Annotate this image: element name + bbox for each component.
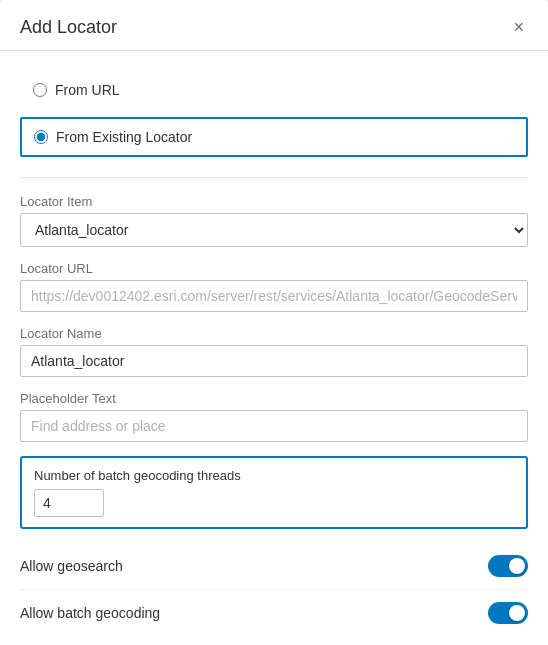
- geosearch-row: Allow geosearch: [20, 543, 528, 590]
- locator-url-label: Locator URL: [20, 261, 528, 276]
- locator-name-input[interactable]: [20, 345, 528, 377]
- batch-geocoding-toggle[interactable]: [488, 602, 528, 624]
- from-existing-radio[interactable]: [34, 130, 48, 144]
- batch-threads-label: Number of batch geocoding threads: [34, 468, 514, 483]
- dialog-title: Add Locator: [20, 17, 117, 38]
- locator-item-label: Locator Item: [20, 194, 528, 209]
- batch-geocoding-row: Allow batch geocoding: [20, 590, 528, 636]
- locator-url-input[interactable]: [20, 280, 528, 312]
- batch-geocoding-thumb: [509, 605, 525, 621]
- dialog-body: From URL From Existing Locator Locator I…: [0, 51, 548, 645]
- add-locator-dialog: Add Locator × From URL From Existing Loc…: [0, 0, 548, 645]
- placeholder-text-input[interactable]: [20, 410, 528, 442]
- locator-name-group: Locator Name: [20, 326, 528, 377]
- locator-item-group: Locator Item Atlanta_locator: [20, 194, 528, 247]
- from-url-radio[interactable]: [33, 83, 47, 97]
- geosearch-thumb: [509, 558, 525, 574]
- divider: [20, 177, 528, 178]
- batch-threads-group: Number of batch geocoding threads: [20, 456, 528, 529]
- batch-threads-input[interactable]: [34, 489, 104, 517]
- locator-url-group: Locator URL: [20, 261, 528, 312]
- dialog-header: Add Locator ×: [0, 0, 548, 51]
- locator-item-select[interactable]: Atlanta_locator: [20, 213, 528, 247]
- radio-from-existing[interactable]: From Existing Locator: [20, 117, 528, 157]
- from-url-label: From URL: [55, 82, 120, 98]
- close-button[interactable]: ×: [509, 16, 528, 38]
- radio-from-url[interactable]: From URL: [20, 71, 528, 109]
- geosearch-toggle[interactable]: [488, 555, 528, 577]
- from-existing-label: From Existing Locator: [56, 129, 192, 145]
- placeholder-text-label: Placeholder Text: [20, 391, 528, 406]
- source-radio-group: From URL From Existing Locator: [20, 71, 528, 157]
- geosearch-label: Allow geosearch: [20, 558, 123, 574]
- locator-name-label: Locator Name: [20, 326, 528, 341]
- batch-geocoding-label: Allow batch geocoding: [20, 605, 160, 621]
- placeholder-text-group: Placeholder Text: [20, 391, 528, 442]
